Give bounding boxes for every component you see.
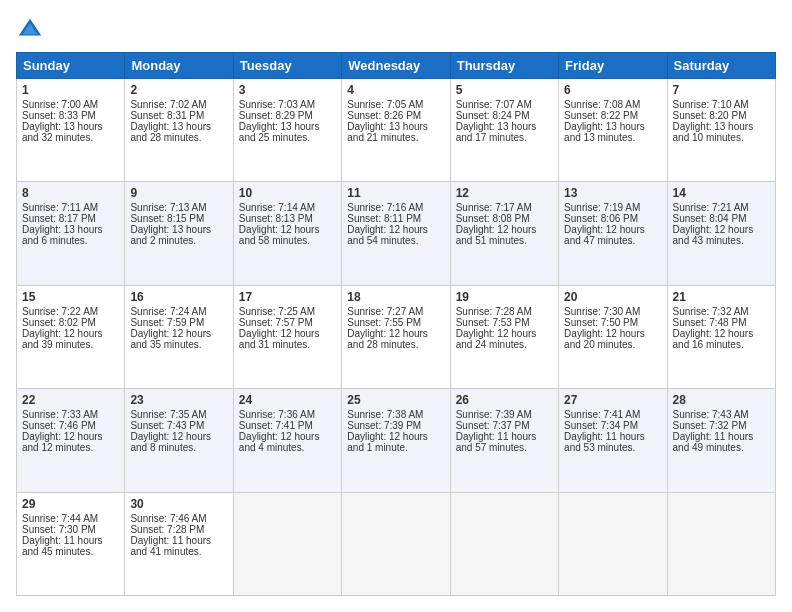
- daylight-minutes: and 24 minutes.: [456, 339, 527, 350]
- daylight-label: Daylight: 12 hours: [239, 328, 320, 339]
- sunset: Sunset: 8:26 PM: [347, 110, 421, 121]
- sunrise: Sunrise: 7:22 AM: [22, 306, 98, 317]
- page: SundayMondayTuesdayWednesdayThursdayFrid…: [0, 0, 792, 612]
- sunrise: Sunrise: 7:13 AM: [130, 202, 206, 213]
- sunrise: Sunrise: 7:36 AM: [239, 409, 315, 420]
- logo-icon: [16, 16, 44, 44]
- day-number: 23: [130, 393, 227, 407]
- sunset: Sunset: 8:24 PM: [456, 110, 530, 121]
- sunrise: Sunrise: 7:27 AM: [347, 306, 423, 317]
- sunset: Sunset: 7:32 PM: [673, 420, 747, 431]
- col-header-wednesday: Wednesday: [342, 53, 450, 79]
- calendar-cell: 11 Sunrise: 7:16 AM Sunset: 8:11 PM Dayl…: [342, 182, 450, 285]
- day-number: 28: [673, 393, 770, 407]
- daylight-label: Daylight: 12 hours: [673, 224, 754, 235]
- sunset: Sunset: 7:46 PM: [22, 420, 96, 431]
- day-number: 29: [22, 497, 119, 511]
- calendar-cell: 29 Sunrise: 7:44 AM Sunset: 7:30 PM Dayl…: [17, 492, 125, 595]
- day-number: 18: [347, 290, 444, 304]
- calendar-cell: 1 Sunrise: 7:00 AM Sunset: 8:33 PM Dayli…: [17, 79, 125, 182]
- col-header-monday: Monday: [125, 53, 233, 79]
- calendar-cell: 12 Sunrise: 7:17 AM Sunset: 8:08 PM Dayl…: [450, 182, 558, 285]
- sunrise: Sunrise: 7:11 AM: [22, 202, 98, 213]
- daylight-minutes: and 28 minutes.: [130, 132, 201, 143]
- sunset: Sunset: 7:30 PM: [22, 524, 96, 535]
- sunrise: Sunrise: 7:08 AM: [564, 99, 640, 110]
- day-number: 20: [564, 290, 661, 304]
- daylight-label: Daylight: 12 hours: [130, 328, 211, 339]
- sunset: Sunset: 7:55 PM: [347, 317, 421, 328]
- sunset: Sunset: 8:29 PM: [239, 110, 313, 121]
- daylight-minutes: and 31 minutes.: [239, 339, 310, 350]
- daylight-minutes: and 51 minutes.: [456, 235, 527, 246]
- daylight-minutes: and 1 minute.: [347, 442, 408, 453]
- sunrise: Sunrise: 7:24 AM: [130, 306, 206, 317]
- sunrise: Sunrise: 7:32 AM: [673, 306, 749, 317]
- day-number: 15: [22, 290, 119, 304]
- daylight-label: Daylight: 13 hours: [456, 121, 537, 132]
- calendar-cell: [559, 492, 667, 595]
- sunset: Sunset: 8:17 PM: [22, 213, 96, 224]
- sunset: Sunset: 7:53 PM: [456, 317, 530, 328]
- sunset: Sunset: 8:08 PM: [456, 213, 530, 224]
- sunrise: Sunrise: 7:14 AM: [239, 202, 315, 213]
- sunrise: Sunrise: 7:21 AM: [673, 202, 749, 213]
- col-header-friday: Friday: [559, 53, 667, 79]
- calendar-cell: 16 Sunrise: 7:24 AM Sunset: 7:59 PM Dayl…: [125, 285, 233, 388]
- calendar-cell: 10 Sunrise: 7:14 AM Sunset: 8:13 PM Dayl…: [233, 182, 341, 285]
- daylight-label: Daylight: 12 hours: [347, 328, 428, 339]
- daylight-label: Daylight: 12 hours: [22, 328, 103, 339]
- calendar-cell: [667, 492, 775, 595]
- calendar-cell: 15 Sunrise: 7:22 AM Sunset: 8:02 PM Dayl…: [17, 285, 125, 388]
- sunrise: Sunrise: 7:03 AM: [239, 99, 315, 110]
- sunrise: Sunrise: 7:19 AM: [564, 202, 640, 213]
- sunset: Sunset: 8:22 PM: [564, 110, 638, 121]
- sunset: Sunset: 8:15 PM: [130, 213, 204, 224]
- sunset: Sunset: 8:04 PM: [673, 213, 747, 224]
- daylight-label: Daylight: 13 hours: [673, 121, 754, 132]
- sunset: Sunset: 8:33 PM: [22, 110, 96, 121]
- col-header-sunday: Sunday: [17, 53, 125, 79]
- sunset: Sunset: 7:59 PM: [130, 317, 204, 328]
- calendar-cell: 23 Sunrise: 7:35 AM Sunset: 7:43 PM Dayl…: [125, 389, 233, 492]
- sunset: Sunset: 7:41 PM: [239, 420, 313, 431]
- daylight-label: Daylight: 12 hours: [456, 328, 537, 339]
- col-header-tuesday: Tuesday: [233, 53, 341, 79]
- daylight-label: Daylight: 11 hours: [564, 431, 645, 442]
- col-header-thursday: Thursday: [450, 53, 558, 79]
- sunset: Sunset: 7:34 PM: [564, 420, 638, 431]
- day-number: 16: [130, 290, 227, 304]
- sunset: Sunset: 8:06 PM: [564, 213, 638, 224]
- calendar-cell: 8 Sunrise: 7:11 AM Sunset: 8:17 PM Dayli…: [17, 182, 125, 285]
- sunset: Sunset: 7:39 PM: [347, 420, 421, 431]
- calendar-table: SundayMondayTuesdayWednesdayThursdayFrid…: [16, 52, 776, 596]
- daylight-label: Daylight: 12 hours: [130, 431, 211, 442]
- day-number: 1: [22, 83, 119, 97]
- daylight-minutes: and 32 minutes.: [22, 132, 93, 143]
- header: [16, 16, 776, 44]
- day-number: 22: [22, 393, 119, 407]
- sunset: Sunset: 7:50 PM: [564, 317, 638, 328]
- day-number: 13: [564, 186, 661, 200]
- daylight-minutes: and 47 minutes.: [564, 235, 635, 246]
- calendar-cell: [233, 492, 341, 595]
- sunset: Sunset: 7:43 PM: [130, 420, 204, 431]
- calendar-cell: 18 Sunrise: 7:27 AM Sunset: 7:55 PM Dayl…: [342, 285, 450, 388]
- calendar-cell: 22 Sunrise: 7:33 AM Sunset: 7:46 PM Dayl…: [17, 389, 125, 492]
- day-number: 14: [673, 186, 770, 200]
- daylight-label: Daylight: 13 hours: [22, 224, 103, 235]
- sunrise: Sunrise: 7:43 AM: [673, 409, 749, 420]
- day-number: 10: [239, 186, 336, 200]
- daylight-label: Daylight: 13 hours: [130, 224, 211, 235]
- daylight-label: Daylight: 12 hours: [347, 224, 428, 235]
- sunrise: Sunrise: 7:46 AM: [130, 513, 206, 524]
- day-number: 4: [347, 83, 444, 97]
- calendar-header-row: SundayMondayTuesdayWednesdayThursdayFrid…: [17, 53, 776, 79]
- day-number: 17: [239, 290, 336, 304]
- day-number: 30: [130, 497, 227, 511]
- daylight-minutes: and 49 minutes.: [673, 442, 744, 453]
- daylight-label: Daylight: 12 hours: [347, 431, 428, 442]
- daylight-label: Daylight: 12 hours: [564, 224, 645, 235]
- sunset: Sunset: 7:28 PM: [130, 524, 204, 535]
- sunrise: Sunrise: 7:44 AM: [22, 513, 98, 524]
